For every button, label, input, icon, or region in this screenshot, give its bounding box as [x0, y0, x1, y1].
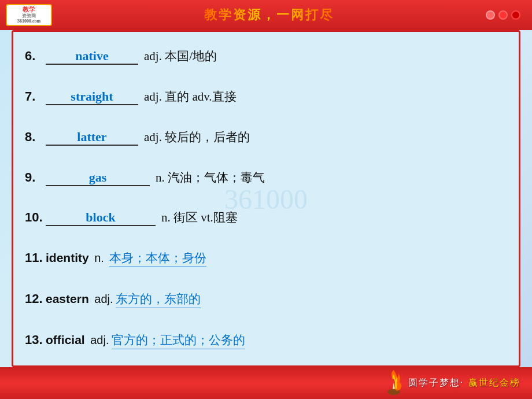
dot-2 — [498, 10, 508, 20]
blank-word-7: straight — [46, 89, 138, 105]
vocab-item-8: 8. latter adj. 较后的，后者的 — [25, 129, 507, 146]
slogan-text-1: 圆学子梦想· — [408, 377, 464, 389]
vocab-item-7: 7. straight adj. 直的 adv.直接 — [25, 88, 507, 105]
word-label-11: identity — [46, 251, 89, 265]
vocab-item-12: 12. eastern adj. 东方的，东部的 — [25, 291, 507, 308]
dot-1 — [486, 10, 495, 20]
item-number-13: 13. — [25, 332, 43, 348]
item-number-12: 12. — [25, 291, 43, 306]
word-label-12: eastern — [46, 292, 89, 306]
definition-9: n. 汽油；气体；毒气 — [156, 169, 265, 186]
definition-7: adj. 直的 adv.直接 — [144, 88, 237, 105]
item-number-9: 9. — [25, 170, 43, 185]
item-number-10: 10. — [25, 210, 43, 225]
item-number-7: 7. — [25, 89, 43, 104]
pos-label-11: n. — [91, 252, 108, 265]
bottom-slogan: 圆学子梦想· 赢世纪金榜 — [408, 377, 520, 389]
vocab-item-9: 9. gas n. 汽油；气体；毒气 — [25, 169, 507, 186]
blank-word-10: block — [46, 210, 156, 226]
item-number-8: 8. — [25, 130, 43, 145]
vocab-item-6: 6. native adj. 本国/地的 — [25, 48, 507, 65]
translation-13: 官方的；正式的；公务的 — [112, 332, 245, 349]
bottom-bar: 圆学子梦想· 赢世纪金榜 — [0, 367, 532, 399]
item-number-6: 6. — [25, 49, 43, 64]
vocab-item-13: 13. official adj. 官方的；正式的；公务的 — [25, 332, 507, 349]
blank-word-8: latter — [46, 130, 138, 146]
pos-label-13: adj. — [87, 334, 109, 347]
site-logo: 教学 资资网 361000.com — [6, 4, 52, 26]
top-header-bar: 教学 资资网 361000.com 教学资源，一网打尽 — [0, 0, 532, 30]
definition-6: adj. 本国/地的 — [144, 48, 217, 64]
item-number-11: 11. — [25, 250, 43, 265]
flame-icon — [379, 370, 408, 396]
word-label-13: official — [46, 333, 85, 347]
slogan-text-2: 赢世纪金榜 — [468, 377, 520, 389]
header-title: 教学资源，一网打尽 — [204, 6, 334, 24]
main-content-area: 361000 6. native adj. 本国/地的 7. straight … — [12, 30, 520, 367]
pos-label-12: adj. — [91, 293, 113, 306]
dot-3 — [511, 10, 520, 20]
vocab-item-10: 10. block n. 街区 vt.阻塞 — [25, 209, 507, 226]
vocab-item-11: 11. identity n. 本身；本体；身份 — [25, 250, 507, 267]
definition-8: adj. 较后的，后者的 — [144, 129, 250, 145]
blank-word-6: native — [46, 49, 138, 65]
blank-word-9: gas — [46, 170, 150, 186]
header-dots — [486, 10, 520, 20]
header-title-area: 教学资源，一网打尽 — [52, 6, 486, 24]
logo-area: 教学 资资网 361000.com — [6, 4, 52, 26]
translation-11: 本身；本体；身份 — [109, 250, 206, 267]
page-background: 教学 资资网 361000.com 教学资源，一网打尽 361000 6. na… — [0, 0, 532, 399]
definition-10: n. 街区 vt.阻塞 — [161, 209, 238, 226]
translation-12: 东方的，东部的 — [116, 291, 201, 308]
